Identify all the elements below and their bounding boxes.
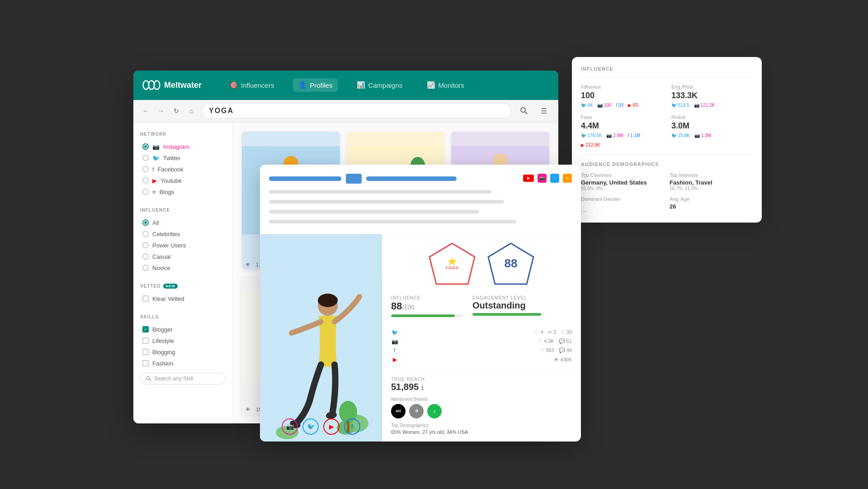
profile-stats-section: ⭐ YOGA 88	[382, 234, 581, 442]
sidebar-item-blogs[interactable]: ≡ Blogs	[140, 186, 226, 198]
top-interests-percent: 16.7%, 11.3%	[670, 186, 753, 191]
facebook-radio[interactable]	[142, 166, 149, 172]
card-1-views-icon: 👁	[245, 262, 250, 267]
blogging-checkbox[interactable]	[142, 349, 149, 355]
back-button[interactable]: ←	[140, 105, 151, 116]
sidebar-item-facebook[interactable]: f Facebook	[140, 164, 226, 175]
network-section: NETWORK 📷 Instagram 🐦 Twitter f	[140, 132, 226, 198]
score-badge-content: 88	[505, 256, 518, 271]
ig-fans: 📷 2.9M	[606, 133, 623, 138]
power-users-radio[interactable]	[142, 242, 149, 248]
top-interests-value: Fashion, Travel	[670, 179, 753, 186]
sidebar-item-power-users[interactable]: Power Users	[140, 240, 226, 251]
novice-radio[interactable]	[142, 265, 149, 271]
tw-likes: ♡ 4	[534, 329, 543, 335]
youtube-label: Youtube	[160, 177, 182, 184]
dominant-gender-block: Dominant Gender ...	[581, 196, 664, 214]
influence-label: Influence	[581, 84, 662, 90]
svg-point-5	[147, 376, 150, 380]
facebook-metric-icon: f	[391, 347, 398, 354]
influence-score-block: Influence 100 🐦 94 📷 100 f 93 ▶ 65	[581, 84, 662, 108]
browser-toolbar: ← → ↻ ⌂ YOGA ☰	[133, 100, 558, 123]
demographics-grid: Top Countries Germany, United States 55.…	[581, 172, 753, 214]
eng-post-label: Eng./Post	[671, 84, 753, 90]
twitter-radio[interactable]	[142, 155, 149, 161]
nav-profiles[interactable]: 👤 Profiles	[293, 78, 338, 92]
profile-card-top: ▶ 📷 🐦 ≡	[260, 165, 581, 234]
spotify-brand: ♪	[427, 404, 442, 418]
ig-likes: ♡ 4.3K	[538, 338, 554, 344]
refresh-button[interactable]: ↻	[171, 105, 182, 116]
tw-eng: 🐦 518.5	[671, 103, 689, 108]
fashion-checkbox[interactable]	[142, 360, 149, 366]
sidebar-item-blogging[interactable]: Blogging	[140, 347, 226, 358]
sidebar-item-lifestyle[interactable]: Lifestyle	[140, 335, 226, 347]
eng-post-block: Eng./Post 133.3K 🐦 518.5 📷 121.2K	[671, 84, 753, 108]
influence-social-stats: 🐦 94 📷 100 f 93 ▶ 65	[581, 103, 662, 108]
influence-value: 100	[581, 91, 662, 100]
sidebar-item-novice[interactable]: Novice	[140, 262, 226, 274]
eng-post-value: 133.3K	[671, 91, 753, 100]
casual-radio[interactable]	[142, 253, 149, 260]
influence-score-max: /100	[402, 304, 414, 311]
sidebar-item-youtube[interactable]: ▶ Youtube	[140, 175, 226, 186]
search-button[interactable]	[516, 103, 532, 119]
vetted-label: VETTED	[140, 284, 160, 289]
menu-button[interactable]: ☰	[536, 103, 552, 119]
nav-profiles-label: Profiles	[310, 81, 332, 89]
address-bar[interactable]: YOGA	[202, 103, 512, 119]
profile-icon: 👤	[298, 81, 307, 89]
facebook-label: Facebook	[158, 166, 184, 173]
celebrities-radio[interactable]	[142, 231, 149, 237]
instagram-circle[interactable]: 📷	[282, 418, 298, 435]
power-users-label: Power Users	[152, 242, 186, 249]
forward-button[interactable]: →	[156, 105, 166, 116]
top-countries-label: Top Countries	[581, 172, 664, 178]
sidebar-item-instagram[interactable]: 📷 Instagram	[140, 141, 226, 152]
ig-eng: 📷 121.2K	[694, 103, 715, 108]
scores-row: INFLUENCE 88/100 ENGAGEMENT LEVEL Outsta…	[391, 295, 572, 324]
sidebar-item-vetted[interactable]: Klear Vetted	[140, 293, 226, 304]
youtube-circle[interactable]: ▶	[323, 418, 340, 435]
nav-campaigns[interactable]: 📊 Campaigns	[351, 78, 408, 92]
sidebar: NETWORK 📷 Instagram 🐦 Twitter f	[133, 123, 233, 423]
profile-top-row	[269, 174, 516, 187]
top-countries-value: Germany, United States	[581, 179, 664, 186]
sidebar-item-all[interactable]: All	[140, 217, 226, 228]
sidebar-item-fashion[interactable]: Fashion	[140, 358, 226, 369]
nav-influencers[interactable]: 🎯 Influencers	[224, 78, 279, 92]
top-interests-label: Top Interests	[670, 172, 753, 178]
ig-influence: 📷 100	[597, 103, 611, 108]
influencer-icon: 🎯	[230, 81, 238, 89]
instagram-icon: 📷	[152, 143, 160, 150]
true-reach-section: TRUE REACH 51,895 ℹ	[391, 370, 572, 392]
sidebar-item-blogger[interactable]: ✓ Blogger	[140, 324, 226, 335]
youtube-radio[interactable]	[142, 177, 149, 184]
facebook-circle[interactable]: f	[344, 418, 360, 435]
home-button[interactable]: ⌂	[186, 105, 197, 116]
sidebar-item-casual[interactable]: Casual	[140, 251, 226, 262]
influence-section: INFLUENCE All Celebrities Power Users	[140, 208, 226, 274]
reach-value: 3.0M	[671, 121, 753, 131]
skill-search-input[interactable]: Search any Skill	[140, 373, 226, 385]
instagram-metric-icon: 📷	[391, 338, 398, 345]
blogger-checkbox[interactable]: ✓	[142, 326, 149, 332]
fans-value: 4.4M	[581, 121, 662, 131]
influence-panel: INFLUENCE Influence 100 🐦 94 📷 100 f 93 …	[572, 57, 762, 223]
profile-card: ▶ 📷 🐦 ≡	[260, 165, 581, 442]
top-nav: Meltwater 🎯 Influencers 👤 Profiles 📊 Cam…	[133, 71, 558, 100]
nav-campaigns-label: Campaigns	[368, 81, 402, 89]
lifestyle-checkbox[interactable]	[142, 337, 149, 344]
all-radio[interactable]	[142, 219, 149, 226]
nav-monitors[interactable]: 📈 Monitors	[421, 78, 470, 92]
ig-badge-top: 📷	[538, 174, 547, 183]
sidebar-item-twitter[interactable]: 🐦 Twitter	[140, 152, 226, 164]
ig-comments: 💬 61	[559, 338, 572, 344]
blogs-radio[interactable]	[142, 189, 149, 195]
instagram-radio[interactable]	[142, 143, 149, 150]
vetted-checkbox[interactable]	[142, 295, 149, 302]
twitter-circle[interactable]: 🐦	[302, 418, 319, 435]
sidebar-item-celebrities[interactable]: Celebrities	[140, 228, 226, 240]
profile-bar-gray2	[269, 200, 504, 204]
influence-score-display: 88/100	[391, 300, 463, 312]
